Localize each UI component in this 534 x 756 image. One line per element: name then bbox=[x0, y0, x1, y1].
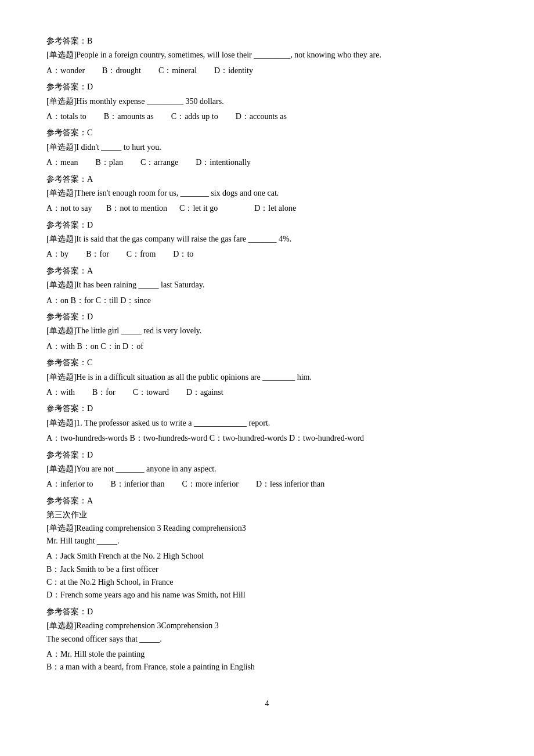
option-8b: B：for bbox=[92, 386, 116, 399]
option-11c: C：at the No.2 High School, in France bbox=[46, 576, 488, 589]
question-block-4: 参考答案：A [单选题]There isn't enough room for … bbox=[46, 173, 488, 215]
option-10c: C：more inferior bbox=[182, 478, 239, 491]
option-1d: D：identity bbox=[214, 64, 253, 77]
question-block-7: 参考答案：D [单选题]The little girl _____ red is… bbox=[46, 311, 488, 353]
option-1a: A：wonder bbox=[46, 64, 85, 77]
question-block-5: 参考答案：D [单选题]It is said that the gas comp… bbox=[46, 219, 488, 261]
question-text-8: [单选题]He is in a difficult situation as a… bbox=[46, 371, 488, 384]
answer-8: 参考答案：C bbox=[46, 357, 488, 369]
options-11: A：Jack Smith French at the No. 2 High Sc… bbox=[46, 550, 488, 602]
option-2b: B：amounts as bbox=[104, 110, 154, 123]
question-text-2: [单选题]His monthly expense _________ 350 d… bbox=[46, 95, 488, 108]
options-9: A：two-hundreds-words B：two-hundreds-word… bbox=[46, 432, 488, 445]
question-block-2: 参考答案：D [单选题]His monthly expense ________… bbox=[46, 81, 488, 123]
answer-2: 参考答案：D bbox=[46, 81, 488, 93]
answer-5: 参考答案：D bbox=[46, 219, 488, 232]
answer-7: 参考答案：D bbox=[46, 311, 488, 323]
option-8c: C：toward bbox=[133, 386, 169, 399]
answer-9: 参考答案：D bbox=[46, 402, 488, 415]
option-12b: B：a man with a beard, from France, stole… bbox=[46, 661, 488, 674]
question-block-9: 参考答案：D [单选题]1. The professor asked us to… bbox=[46, 402, 488, 445]
answer-11: 参考答案：A bbox=[46, 495, 488, 507]
option-4b: B：not to mention bbox=[106, 204, 178, 213]
question-text-7: [单选题]The little girl _____ red is very l… bbox=[46, 325, 488, 337]
option-5b: B：for bbox=[86, 248, 109, 261]
option-2c: C：adds up to bbox=[171, 110, 218, 123]
question-text-10: [单选题]You are not _______ anyone in any a… bbox=[46, 463, 488, 476]
question-text-11: [单选题]Reading comprehension 3 Reading com… bbox=[46, 522, 488, 548]
question-text-1: [单选题]People in a foreign country, someti… bbox=[46, 49, 488, 62]
option-11b: B：Jack Smith to be a first officer bbox=[46, 563, 488, 576]
question-text-3: [单选题]I didn't _____ to hurt you. bbox=[46, 141, 488, 154]
answer-6: 参考答案：A bbox=[46, 265, 488, 278]
option-12a: A：Mr. Hill stole the painting bbox=[46, 648, 488, 661]
question-block-8: 参考答案：C [单选题]He is in a difficult situati… bbox=[46, 357, 488, 399]
section-title: 第三次作业 bbox=[46, 509, 488, 521]
option-4c: C：let it go bbox=[179, 204, 252, 213]
option-10b: B：inferior than bbox=[110, 478, 164, 491]
option-3b: B：plan bbox=[95, 156, 122, 169]
option-2d: D：accounts as bbox=[236, 110, 287, 123]
question-text-5: [单选题]It is said that the gas company wil… bbox=[46, 233, 488, 246]
option-4d: D：let alone bbox=[254, 204, 296, 213]
option-5d: D：to bbox=[173, 248, 193, 261]
option-3c: C：arrange bbox=[140, 156, 178, 169]
question-text-9: [单选题]1. The professor asked us to write … bbox=[46, 417, 488, 430]
question-text-4: [单选题]There isn't enough room for us, ___… bbox=[46, 187, 488, 200]
page-number: 4 bbox=[46, 697, 488, 710]
option-11d: D：French some years ago and his name was… bbox=[46, 589, 488, 602]
options-4: A：not to say B：not to mention C：let it g… bbox=[46, 202, 488, 215]
options-12: A：Mr. Hill stole the painting B：a man wi… bbox=[46, 648, 488, 674]
option-4a: A：not to say bbox=[46, 204, 104, 213]
options-7: A：with B：on C：in D：of bbox=[46, 340, 488, 353]
option-11a: A：Jack Smith French at the No. 2 High Sc… bbox=[46, 550, 488, 563]
page-content: 参考答案：B [单选题]People in a foreign country,… bbox=[46, 35, 488, 674]
options-5: A：by B：for C：from D：to bbox=[46, 248, 488, 261]
question-block-10: 参考答案：D [单选题]You are not _______ anyone i… bbox=[46, 449, 488, 491]
question-block-1: 参考答案：B [单选题]People in a foreign country,… bbox=[46, 35, 488, 77]
answer-4: 参考答案：A bbox=[46, 173, 488, 186]
options-2: A：totals to B：amounts as C：adds up to D：… bbox=[46, 110, 488, 123]
options-10: A：inferior to B：inferior than C：more inf… bbox=[46, 478, 488, 491]
options-3: A：mean B：plan C：arrange D：intentionally bbox=[46, 156, 488, 169]
answer-12: 参考答案：D bbox=[46, 606, 488, 618]
question-text-12: [单选题]Reading comprehension 3Comprehensio… bbox=[46, 620, 488, 646]
answer-10: 参考答案：D bbox=[46, 449, 488, 462]
question-text-6: [单选题]It has been raining _____ last Satu… bbox=[46, 279, 488, 291]
option-5c: C：from bbox=[127, 248, 156, 261]
question-block-12: 参考答案：D [单选题]Reading comprehension 3Compr… bbox=[46, 606, 488, 674]
options-6: A：on B：for C：till D：since bbox=[46, 294, 488, 307]
option-8d: D：against bbox=[186, 386, 223, 399]
options-8: A：with B：for C：toward D：against bbox=[46, 386, 488, 399]
question-block-6: 参考答案：A [单选题]It has been raining _____ la… bbox=[46, 265, 488, 307]
option-2a: A：totals to bbox=[46, 110, 86, 123]
option-10d: D：less inferior than bbox=[256, 478, 324, 491]
option-5a: A：by bbox=[46, 248, 68, 261]
option-10a: A：inferior to bbox=[46, 478, 93, 491]
options-1: A：wonder B：drought C：mineral D：identity bbox=[46, 64, 488, 77]
answer-3: 参考答案：C bbox=[46, 127, 488, 139]
option-1c: C：mineral bbox=[158, 64, 197, 77]
option-1b: B：drought bbox=[102, 64, 141, 77]
answer-1: 参考答案：B bbox=[46, 35, 488, 48]
option-8a: A：with bbox=[46, 386, 75, 399]
option-3a: A：mean bbox=[46, 156, 78, 169]
question-block-3: 参考答案：C [单选题]I didn't _____ to hurt you. … bbox=[46, 127, 488, 169]
question-block-11: 参考答案：A 第三次作业 [单选题]Reading comprehension … bbox=[46, 495, 488, 602]
option-3d: D：intentionally bbox=[196, 156, 251, 169]
